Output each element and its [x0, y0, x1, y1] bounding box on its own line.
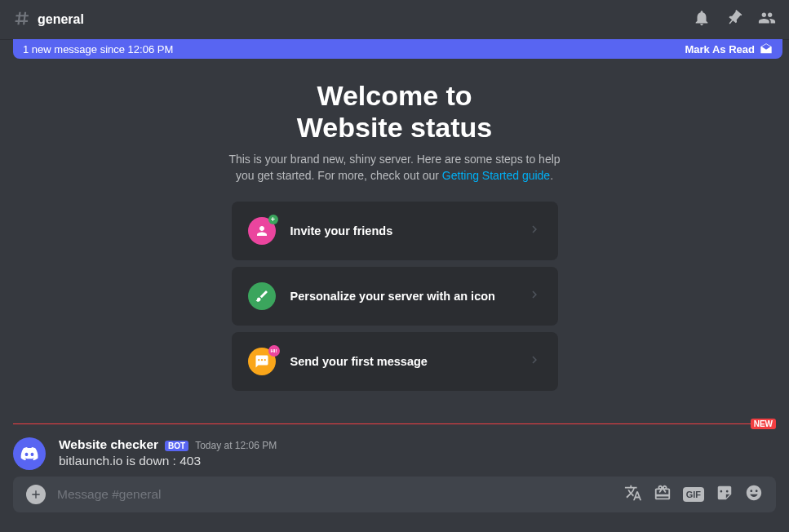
message-icon: HI! — [248, 348, 276, 375]
message-header: Website checker BOT Today at 12:06 PM — [59, 437, 776, 452]
hash-icon — [13, 9, 31, 30]
pin-icon[interactable] — [725, 9, 743, 30]
card-invite-friends[interactable]: + Invite your friends — [232, 202, 558, 260]
channel-name: general — [38, 12, 84, 27]
card-first-message[interactable]: HI! Send your first message — [232, 332, 558, 391]
new-messages-bar[interactable]: 1 new message since 12:06 PM Mark As Rea… — [13, 39, 782, 59]
mark-as-read-label: Mark As Read — [685, 43, 756, 55]
members-icon[interactable] — [758, 9, 776, 30]
attach-button[interactable] — [26, 485, 46, 504]
welcome-title-line1: Welcome to — [317, 80, 472, 111]
chevron-right-icon — [527, 287, 542, 305]
card-label: Invite your friends — [290, 224, 393, 237]
message-body: Website checker BOT Today at 12:06 PM bi… — [59, 437, 776, 470]
message-input-area: Message #general GIF — [13, 477, 776, 512]
divider-line — [13, 423, 776, 424]
welcome-title-line2: Website status — [297, 112, 492, 143]
translate-icon[interactable] — [624, 484, 642, 505]
plus-badge-icon: + — [268, 215, 278, 224]
channel-header: general — [0, 0, 789, 39]
message-input[interactable]: Message #general GIF — [13, 477, 776, 512]
mark-read-icon — [760, 42, 773, 55]
gif-button[interactable]: GIF — [683, 487, 704, 502]
header-icons — [693, 9, 776, 30]
avatar[interactable] — [13, 437, 46, 470]
header-left: general — [13, 9, 84, 30]
getting-started-link[interactable]: Getting Started guide — [442, 169, 550, 182]
new-badge: NEW — [751, 419, 776, 429]
welcome-title: Welcome to Website status — [224, 80, 566, 144]
message-author[interactable]: Website checker — [59, 437, 158, 452]
welcome-description: This is your brand new, shiny server. He… — [224, 152, 566, 184]
input-right-icons: GIF — [624, 484, 763, 505]
invite-icon: + — [248, 217, 276, 245]
welcome-desc-suffix: . — [550, 169, 553, 182]
new-messages-text: 1 new message since 12:06 PM — [23, 43, 173, 55]
bot-tag: BOT — [165, 441, 188, 451]
chevron-right-icon — [527, 222, 542, 240]
new-divider: NEW — [13, 423, 776, 424]
card-personalize[interactable]: Personalize your server with an icon — [232, 267, 558, 326]
personalize-icon — [248, 282, 276, 310]
card-label: Send your first message — [290, 355, 428, 368]
notifications-icon[interactable] — [693, 9, 711, 30]
mark-as-read-button[interactable]: Mark As Read — [685, 42, 773, 55]
onboarding-cards: + Invite your friends Personalize your s… — [232, 202, 558, 391]
sticker-icon[interactable] — [716, 484, 734, 505]
message-timestamp: Today at 12:06 PM — [195, 440, 277, 451]
message-row: Website checker BOT Today at 12:06 PM bi… — [13, 434, 776, 477]
welcome-block: Welcome to Website status This is your b… — [224, 80, 566, 184]
chevron-right-icon — [527, 352, 542, 370]
gift-icon[interactable] — [654, 484, 672, 505]
message-content: bitlaunch.io is down : 403 — [59, 454, 776, 468]
input-placeholder: Message #general — [57, 487, 613, 502]
card-label: Personalize your server with an icon — [290, 290, 495, 303]
hi-badge-icon: HI! — [268, 345, 280, 357]
emoji-icon[interactable] — [745, 484, 763, 505]
messages-area: Welcome to Website status This is your b… — [0, 59, 789, 477]
